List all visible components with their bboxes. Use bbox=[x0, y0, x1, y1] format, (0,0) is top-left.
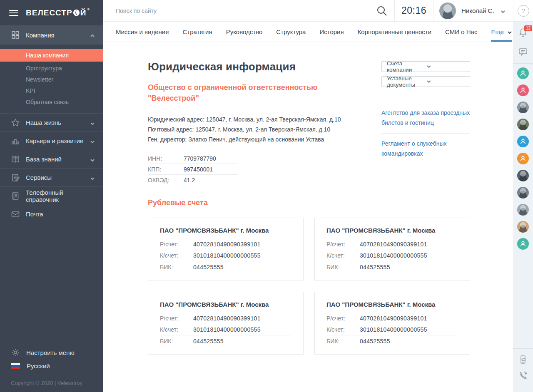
registered-mark: ® bbox=[87, 7, 90, 11]
account-label: БИК: bbox=[160, 338, 193, 345]
right-rail: ? 12 bbox=[513, 0, 533, 392]
notifications-button[interactable]: 12 bbox=[518, 27, 528, 38]
tab-more[interactable]: Еще bbox=[491, 22, 512, 42]
dropdown-value: Уставные документы bbox=[387, 75, 426, 88]
sidebar-item-career[interactable]: Карьера и развитие bbox=[0, 131, 103, 150]
bar-chart-icon bbox=[11, 136, 20, 146]
envelope-icon bbox=[11, 210, 20, 219]
copyright-text: Copyright © 2020 | Velesstroy bbox=[11, 380, 95, 386]
colleague-avatar-photo[interactable] bbox=[517, 102, 529, 113]
sidebar-item-label: Наша жизнь bbox=[26, 119, 90, 126]
colleague-avatar-placeholder[interactable] bbox=[517, 153, 529, 164]
user-menu[interactable]: Николай С. bbox=[433, 0, 513, 21]
divider bbox=[513, 63, 533, 64]
phone-button[interactable] bbox=[518, 371, 528, 381]
colleague-avatar-photo[interactable] bbox=[517, 119, 529, 130]
colleague-avatar-placeholder[interactable] bbox=[517, 84, 529, 96]
main-column: 20:16 Николай С. Миссия и видение Страте… bbox=[103, 0, 513, 392]
chevron-down-icon bbox=[426, 64, 466, 69]
account-value: 044525555 bbox=[193, 264, 224, 270]
sidebar-subitem-kpi[interactable]: KPI bbox=[0, 85, 103, 97]
tab-leadership[interactable]: Руководство bbox=[226, 22, 263, 42]
account-label: К/счет: bbox=[160, 252, 193, 259]
logo[interactable]: ВЕЛЕССТР Й ® bbox=[26, 8, 90, 17]
colleague-avatar-photo[interactable] bbox=[517, 170, 529, 181]
tab-strategy[interactable]: Стратегия bbox=[183, 22, 212, 42]
colleague-avatar-placeholder[interactable] bbox=[517, 67, 529, 79]
tab-corporate-values[interactable]: Корпоративные ценности bbox=[358, 22, 431, 42]
business-trip-regulation-link[interactable]: Регламент о служебных командировках bbox=[381, 139, 470, 159]
bank-account-card: ПАО "ПРОМСВЯЗЬБАНК" г. Москва Р/счет:407… bbox=[148, 292, 304, 355]
account-value: 40702810490090399101 bbox=[193, 315, 261, 322]
tab-history[interactable]: История bbox=[319, 22, 344, 42]
sidebar-footer: Настроить меню Русский Copyright © 2020 … bbox=[11, 346, 95, 386]
company-accounts-dropdown[interactable]: Счета компании bbox=[381, 61, 470, 72]
tab-structure[interactable]: Структура bbox=[276, 22, 306, 42]
configure-menu-label: Настроить меню bbox=[26, 349, 75, 356]
colleague-avatar-photo[interactable] bbox=[517, 187, 529, 198]
account-label: Р/счет: bbox=[326, 315, 360, 322]
sidebar-header: ВЕЛЕССТР Й ® bbox=[0, 0, 103, 25]
messages-button[interactable] bbox=[518, 47, 528, 57]
chevron-down-icon bbox=[90, 175, 95, 180]
account-row: БИК:044525555 bbox=[160, 335, 291, 347]
search-input[interactable] bbox=[116, 7, 376, 14]
statutory-documents-dropdown[interactable]: Уставные документы bbox=[381, 76, 470, 87]
phonebook-icon bbox=[11, 191, 20, 201]
hamburger-icon[interactable] bbox=[9, 8, 18, 17]
colleague-avatar-photo[interactable] bbox=[517, 204, 529, 216]
rail-body: 12 bbox=[513, 22, 533, 392]
help-button[interactable]: ? bbox=[518, 5, 529, 17]
language-switcher[interactable]: Русский bbox=[11, 359, 95, 372]
detail-row-okved: ОКВЭД: 41.2 bbox=[148, 175, 238, 186]
sidebar-subitem-orgstructure[interactable]: Оргструктура bbox=[0, 63, 103, 74]
document-pen-icon bbox=[11, 173, 20, 182]
gear-icon bbox=[11, 348, 20, 357]
sidebar-item-knowledge-base[interactable]: База знаний bbox=[0, 150, 103, 168]
sidebar-item-mail[interactable]: Почта bbox=[0, 205, 103, 223]
account-row: Р/счет:40702810490090399101 bbox=[160, 239, 291, 250]
sidebar-item-our-life[interactable]: Наша жизнь bbox=[0, 113, 103, 131]
chat-icon bbox=[518, 47, 528, 57]
account-row: К/счет:30101810400000000555 bbox=[326, 250, 458, 261]
tab-mission[interactable]: Миссия и видение bbox=[116, 22, 169, 42]
chevron-down-icon bbox=[507, 29, 512, 34]
mobile-app-button[interactable] bbox=[518, 355, 528, 365]
rail-bottom bbox=[513, 348, 533, 392]
sidebar-subitem-feedback[interactable]: Обратная связь bbox=[0, 97, 103, 108]
detail-label: ИНН: bbox=[148, 155, 184, 162]
account-value: 40702810490090399101 bbox=[193, 241, 261, 248]
sidebar: ВЕЛЕССТР Й ® Компания Наша компания Оргс… bbox=[0, 0, 103, 392]
sidebar-subitem-newsletter[interactable]: Newsletter bbox=[0, 74, 103, 85]
sidebar-subitem-our-company[interactable]: Наша компания bbox=[0, 49, 103, 62]
detail-value: 7709787790 bbox=[184, 155, 216, 162]
bank-name: ПАО "ПРОМСВЯЗЬБАНК" г. Москва bbox=[326, 227, 458, 234]
configure-menu-button[interactable]: Настроить меню bbox=[11, 346, 95, 359]
account-value: 044525555 bbox=[360, 264, 390, 270]
colleague-avatar-placeholder[interactable] bbox=[517, 136, 529, 147]
account-label: К/счет: bbox=[326, 252, 360, 259]
search-button[interactable] bbox=[376, 5, 394, 17]
account-label: Р/счет: bbox=[160, 241, 193, 248]
account-value: 30101810400000000555 bbox=[193, 252, 261, 259]
ruble-accounts-heading: Рублевые счета bbox=[148, 198, 513, 207]
phone-icon bbox=[518, 371, 528, 381]
sidebar-item-label: Почта bbox=[26, 211, 95, 218]
grid-icon bbox=[11, 30, 20, 40]
account-value: 044525555 bbox=[193, 338, 224, 345]
travel-agency-link[interactable]: Агентство для заказа проездных билетов и… bbox=[381, 108, 470, 128]
page-content: Юридическая информация Общество с ограни… bbox=[103, 42, 513, 392]
rail-top: ? bbox=[513, 0, 533, 22]
language-label: Русский bbox=[27, 362, 50, 370]
tab-media[interactable]: СМИ о Нас bbox=[445, 22, 477, 42]
bank-account-card: ПАО "ПРОМСВЯЗЬБАНК" г. Москва Р/счет:407… bbox=[148, 218, 304, 280]
sidebar-item-services[interactable]: Сервисы bbox=[0, 168, 103, 186]
dropdown-value: Счета компании bbox=[387, 60, 426, 73]
colleagues-list bbox=[517, 67, 529, 250]
bank-account-card: ПАО "ПРОМСВЯЗЬБАНК" г. Москва Р/счет:407… bbox=[314, 292, 470, 355]
colleague-avatar-placeholder[interactable] bbox=[517, 238, 529, 250]
account-value: 30101810400000000555 bbox=[360, 252, 427, 259]
sidebar-item-company[interactable]: Компания bbox=[0, 25, 103, 45]
sidebar-item-phone-directory[interactable]: Телефонный справочник bbox=[0, 186, 103, 205]
colleague-avatar-photo[interactable] bbox=[517, 221, 529, 233]
